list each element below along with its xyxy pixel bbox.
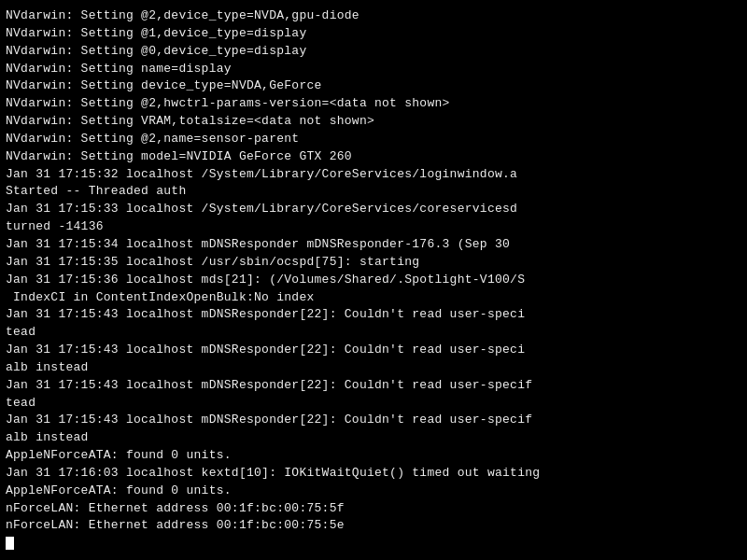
log-line: Jan 31 17:15:34 localhost mDNSResponder … <box>6 236 741 254</box>
log-line: Jan 31 17:15:43 localhost mDNSResponder[… <box>6 342 741 359</box>
log-line: Jan 31 17:15:33 localhost /System/Librar… <box>6 201 741 218</box>
log-line: NVdarwin: Setting @0,device_type=display <box>6 43 741 61</box>
log-line: tead <box>6 395 741 413</box>
log-line: NVdarwin: Setting @2,hwctrl-params-versi… <box>6 95 741 113</box>
log-line: NVdarwin: Setting @2,device_type=NVDA,gp… <box>6 7 741 25</box>
log-line: turned -14136 <box>6 218 741 236</box>
log-line: AppleNForceATA: found 0 units. <box>6 447 741 465</box>
terminal-cursor <box>6 537 14 550</box>
log-line: NVdarwin: Setting @1,device_type=display <box>6 25 741 43</box>
log-line: Jan 31 17:15:43 localhost mDNSResponder[… <box>6 306 741 324</box>
log-line: NVdarwin: Setting name=display <box>6 61 741 78</box>
log-line: IndexCI in ContentIndexOpenBulk:No index <box>6 289 741 307</box>
log-line: Jan 31 17:15:36 localhost mds[21]: (/Vol… <box>6 272 741 289</box>
log-line: Jan 31 17:15:43 localhost mDNSResponder[… <box>6 377 741 395</box>
log-line: alb instead <box>6 359 741 377</box>
log-line: Jan 31 17:15:35 localhost /usr/sbin/ocsp… <box>6 254 741 272</box>
log-line: Jan 31 17:15:43 localhost mDNSResponder[… <box>6 412 741 429</box>
log-line: NVdarwin: Setting VRAM,totalsize=<data n… <box>6 113 741 131</box>
terminal-screen: NVdarwin: Setting @2,device_type=NVDA,gp… <box>0 0 747 560</box>
log-line: tead <box>6 324 741 342</box>
cursor-line <box>6 535 741 553</box>
log-line: Jan 31 17:16:03 localhost kextd[10]: IOK… <box>6 465 741 483</box>
log-line: Started -- Threaded auth <box>6 183 741 201</box>
log-line: nForceLAN: Ethernet address 00:1f:bc:00:… <box>6 517 741 535</box>
log-line: nForceLAN: Ethernet address 00:1f:bc:00:… <box>6 500 741 518</box>
log-line: Jan 31 17:15:32 localhost /System/Librar… <box>6 166 741 184</box>
log-line: NVdarwin: Setting model=NVIDIA GeForce G… <box>6 148 741 166</box>
log-line: NVdarwin: Setting @2,name=sensor-parent <box>6 131 741 148</box>
log-line: AppleNForceATA: found 0 units. <box>6 483 741 500</box>
log-line: alb instead <box>6 429 741 447</box>
log-line: NVdarwin: Setting device_type=NVDA,GeFor… <box>6 77 741 95</box>
